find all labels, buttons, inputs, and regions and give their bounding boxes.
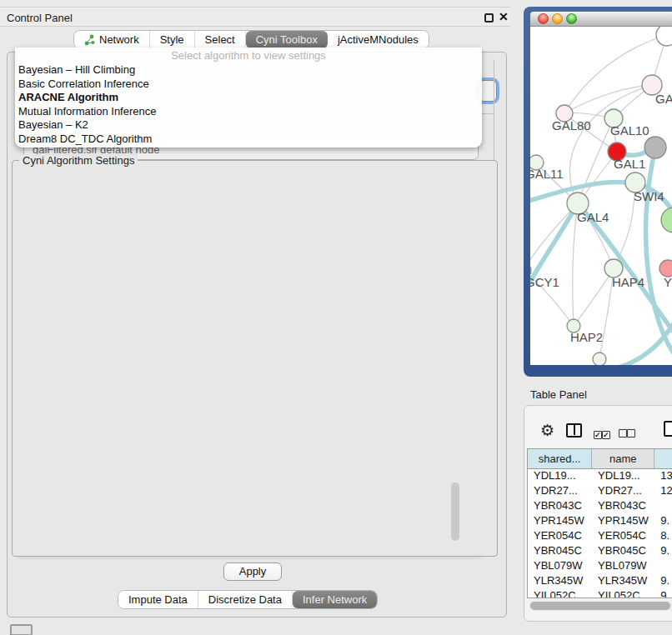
node-label: GAL11 [530,167,564,181]
settings-group-title: Cyni Algorithm Settings [19,154,138,167]
table-cell: 12 [654,484,672,499]
bottom-tab-bar: Impute DataDiscretize DataInfer Network [118,590,378,609]
node-label: Y [664,275,672,289]
control-panel: Control Panel ✕ NetworkStyleSelectCyni T… [0,5,510,617]
table-row[interactable]: YBL079WYBL079W [528,559,672,574]
network-node[interactable] [656,27,672,46]
attributes-scrollbar[interactable] [451,482,459,541]
tab-network[interactable]: Network [74,31,150,48]
panel-title: Control Panel [7,12,73,24]
close-icon[interactable]: ✕ [499,10,509,23]
node-label: SWI4 [634,189,664,203]
node-label: HAP2 [570,330,603,344]
table-cell: YBL079W [592,559,654,574]
table-cell: 9. [654,574,672,589]
algorithm-options: Bayesian – Hill ClimbingBasic Correlatio… [15,63,482,146]
table-row[interactable]: YER054CYER054C8. [528,529,672,544]
group-border-fragment [482,113,494,114]
table-body: YDL19...YDL19...13YDR27...YDR27...12YBR0… [528,469,672,598]
algorithm-option[interactable]: Mutual Information Inference [15,105,482,119]
node-label: HAP4 [612,275,644,289]
node-label: GAL [655,92,672,106]
tab-infer-network[interactable]: Infer Network [293,591,377,608]
node-label: GAL1 [614,157,645,171]
column-header[interactable]: shared... [528,449,592,468]
tab-label: Discretize Data [208,593,282,606]
tab-discretize-data[interactable]: Discretize Data [198,591,293,608]
table-cell: YIL052C [528,589,592,598]
tab-label: Cyni Toolbox [256,33,318,46]
network-canvas[interactable]: GALGAL80GAL10GAL1GAL11SWI4GAL4GCY1HAP4YH… [530,27,672,365]
apply-button[interactable]: Apply [223,562,282,581]
tab-impute-data[interactable]: Impute Data [118,591,198,608]
table-cell: YER054C [528,529,592,544]
table-cell: YPR145W [528,514,592,529]
network-edge[interactable] [564,35,667,113]
minimize-traffic-light-icon[interactable] [552,13,563,24]
table-cell: 8. [654,529,672,544]
document-icon[interactable] [664,421,672,437]
table-row[interactable]: YIL052CYIL052C9 [528,589,672,598]
table-row[interactable]: YDL19...YDL19...13 [528,469,672,484]
network-icon [84,34,95,46]
table-row[interactable]: YBR045CYBR045C9. [528,544,672,559]
table-cell: YBR043C [528,499,592,514]
column-header[interactable]: name [592,449,654,468]
close-traffic-light-icon[interactable] [538,13,549,24]
table-cell [654,499,672,514]
network-window-titlebar[interactable] [530,12,672,27]
tab-cyni-toolbox[interactable]: Cyni Toolbox [246,31,328,48]
tab-style[interactable]: Style [150,31,195,48]
table-row[interactable]: YDR27...YDR27...12 [528,484,672,499]
node-table: shared...name YDL19...YDL19...13YDR27...… [527,448,672,598]
clear-checks-icon[interactable] [619,426,635,441]
table-cell: YBL079W [528,559,592,574]
network-node[interactable] [644,137,666,158]
columns-icon[interactable] [566,423,582,438]
table-cell: 9. [654,514,672,529]
table-cell: YER054C [592,529,654,544]
table-header-row: shared...name [528,449,672,469]
table-cell: YPR145W [592,514,654,529]
cyni-algorithm-settings-group: Cyni Algorithm Settings [12,160,498,557]
gear-icon[interactable]: ⚙ [540,421,554,440]
algorithm-dropdown-placeholder: Select algorithm to view settings [15,49,482,63]
zoom-traffic-light-icon[interactable] [566,13,577,24]
node-label: GCY1 [530,275,559,289]
table-row[interactable]: YLR345WYLR345W9. [528,574,672,589]
table-panel-title: Table Panel [530,388,587,401]
top-tab-bar: NetworkStyleSelectCyni ToolboxjActiveMNo… [73,30,429,49]
algorithm-option[interactable]: Bayesian – Hill Climbing [15,63,482,78]
table-cell: 9. [654,544,672,559]
table-hscrollbar[interactable] [529,601,672,611]
tab-label: Infer Network [303,593,367,606]
node-label: GAL10 [610,123,649,138]
network-graph: GALGAL80GAL10GAL1GAL11SWI4GAL4GCY1HAP4YH… [530,27,672,365]
table-cell: YBR045C [592,544,654,559]
table-row[interactable]: YBR043CYBR043C [528,499,672,514]
table-cell [654,559,672,574]
network-edge[interactable] [574,268,614,326]
tab-label: Select [205,33,235,46]
network-node-y[interactable] [659,260,672,277]
tab-select[interactable]: Select [195,31,246,48]
network-node[interactable] [661,208,672,232]
column-header[interactable] [654,449,672,468]
table-cell: YDL19... [592,469,654,484]
table-row[interactable]: YPR145WYPR145W9. [528,514,672,529]
table-cell: YIL052C [592,589,654,598]
tab-label: Impute Data [128,593,188,606]
network-node[interactable] [593,352,606,365]
algorithm-option[interactable]: ARACNE Algorithm [15,91,482,105]
float-window-icon[interactable] [484,13,494,22]
table-cell: YLR345W [528,574,592,589]
select-all-checks-icon[interactable]: ✓✓ [594,426,610,441]
tab-jactivemnodules[interactable]: jActiveMNodules [328,31,429,48]
table-cell: YBR045C [528,544,592,559]
table-cell: YDR27... [528,484,592,499]
algorithm-option[interactable]: Basic Correlation Inference [15,78,482,92]
minimized-panel-icon[interactable] [10,624,33,635]
node-label: GAL80 [552,118,591,132]
algorithm-option[interactable]: Bayesian – K2 [15,118,482,132]
algorithm-option[interactable]: Dream8 DC_TDC Algorithm [15,132,482,147]
